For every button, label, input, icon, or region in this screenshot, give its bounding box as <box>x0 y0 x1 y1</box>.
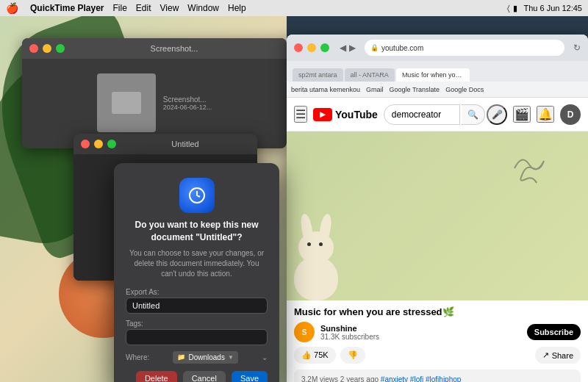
share-icon: ↗ <box>542 350 549 360</box>
qt-window-title: Screenshot... <box>151 44 198 53</box>
yt-mic-button[interactable]: 🎤 <box>487 104 507 125</box>
share-label: Share <box>552 351 573 360</box>
yt-video-area[interactable] <box>287 131 588 300</box>
menubar-window[interactable]: Window <box>187 3 219 13</box>
qt-logo-icon <box>188 187 206 204</box>
menubar-right: 〈 ▮ Thu 6 Jun 12:45 <box>507 4 582 13</box>
untitled-title: Untitled <box>171 140 198 148</box>
yt-video-create-button[interactable]: 🎬 <box>513 106 531 123</box>
yt-channel-subs: 31.3K subscribers <box>320 333 521 341</box>
menubar-edit[interactable]: Edit <box>136 3 151 13</box>
untitled-minimize-dot[interactable] <box>94 140 103 148</box>
yt-avatar[interactable]: D <box>560 104 581 125</box>
yt-subscribe-button[interactable]: Subscribe <box>527 324 581 340</box>
dialog-title: Do you want to keep this new document "U… <box>126 219 268 244</box>
bunny-eye-left <box>307 242 311 246</box>
qt-filename: Screenshot... <box>163 96 212 104</box>
qt-titlebar: Screenshot... <box>22 38 287 59</box>
browser-maximize-dot[interactable] <box>320 43 329 52</box>
qt-info: Screenshot... 2024-06-06-12... <box>163 96 212 111</box>
yt-channel-avatar[interactable]: S <box>294 322 315 342</box>
tab-youtube[interactable]: Music for when you are stressed🌿 - YouTu… <box>396 68 470 82</box>
menubar-help[interactable]: Help <box>228 3 246 13</box>
where-select[interactable]: 📁 Downloads ▼ <box>173 351 237 364</box>
yt-logo[interactable]: ▶ YouTube <box>313 108 378 121</box>
tags-input[interactable] <box>126 329 268 345</box>
yt-logo-text: YouTube <box>335 109 378 120</box>
where-expand-icon[interactable]: ⌄ <box>262 353 268 361</box>
refresh-button[interactable]: ↻ <box>573 43 581 53</box>
bookmark-3[interactable]: Google Translate <box>390 86 440 93</box>
browser-window: ◀ ▶ 🔒 youtube.com ↻ sp2mt antara all - A… <box>287 35 588 382</box>
address-bar[interactable]: 🔒 youtube.com <box>365 40 564 56</box>
yt-search-input[interactable] <box>392 109 452 120</box>
apple-menu[interactable]: 🍎 <box>6 2 18 14</box>
address-text: youtube.com <box>381 44 423 52</box>
delete-button[interactable]: Delete <box>136 371 177 382</box>
yt-channel-name[interactable]: Sunshine <box>320 324 521 333</box>
browser-minimize-dot[interactable] <box>307 43 316 52</box>
menubar-file[interactable]: File <box>113 3 127 13</box>
untitled-maximize-dot[interactable] <box>107 140 116 148</box>
yt-search-container: 🔍 🎤 <box>384 104 507 125</box>
yt-notifications-button[interactable]: 🔔 <box>537 106 554 123</box>
browser-close-dot[interactable] <box>294 43 303 52</box>
yt-video-info: Music for when you are stressed🌿 S Sunsh… <box>287 300 588 370</box>
menubar-view[interactable]: View <box>160 3 179 13</box>
menubar-left: 🍎 QuickTime Player File Edit View Window… <box>6 2 246 14</box>
where-folder: Downloads <box>188 353 224 361</box>
yt-share-button[interactable]: ↗ Share <box>535 347 581 364</box>
menubar-app[interactable]: QuickTime Player <box>30 3 104 13</box>
yt-tags[interactable]: #anxiety #lofi #lofihiphop <box>381 375 462 382</box>
save-button[interactable]: Save <box>232 371 268 382</box>
yt-desc-meta: 3.2M views 2 years ago #anxiety #lofi #l… <box>301 374 573 382</box>
untitled-titlebar: Untitled <box>74 134 257 154</box>
bookmark-2[interactable]: Gmail <box>366 86 384 93</box>
yt-video-title: Music for when you are stressed🌿 <box>294 306 581 317</box>
cancel-button[interactable]: Cancel <box>183 371 226 382</box>
tab-sp2mt[interactable]: sp2mt antara <box>293 68 343 82</box>
browser-tabs: sp2mt antara all - ANTARA Music for when… <box>287 61 588 82</box>
export-input[interactable] <box>126 298 268 314</box>
wifi-icon: 〈 <box>507 4 510 13</box>
export-label: Export As: <box>126 288 268 296</box>
yt-search-button[interactable]: 🔍 <box>462 104 485 125</box>
tab-antara[interactable]: all - ANTARA <box>345 68 395 82</box>
yt-like-button[interactable]: 👍 75K <box>294 347 336 364</box>
yt-like-row: 👍 75K 👎 ↗ Share <box>294 347 581 364</box>
where-field: Where: 📁 Downloads ▼ ⌄ <box>126 351 268 364</box>
tags-label: Tags: <box>126 320 268 328</box>
menubar-time: Thu 6 Jun 12:45 <box>523 4 582 12</box>
yt-description: 3.2M views 2 years ago #anxiety #lofi #l… <box>294 370 581 382</box>
bunny-body <box>294 256 338 300</box>
yt-logo-icon: ▶ <box>313 108 332 121</box>
yt-channel-info: Sunshine 31.3K subscribers <box>320 324 521 341</box>
yt-channel-row: S Sunshine 31.3K subscribers Subscribe <box>294 322 581 342</box>
dialog-buttons: Delete Cancel Save <box>126 371 268 382</box>
forward-button[interactable]: ▶ <box>349 43 356 53</box>
yt-menu-button[interactable]: ☰ <box>294 106 307 123</box>
export-field: Export As: <box>126 288 268 314</box>
dialog-body: You can choose to save your changes, or … <box>126 248 268 279</box>
yt-dislike-button[interactable]: 👎 <box>340 347 365 364</box>
menubar: 🍎 QuickTime Player File Edit View Window… <box>0 0 588 16</box>
untitled-close-dot[interactable] <box>81 140 90 148</box>
tags-field: Tags: <box>126 320 268 345</box>
yt-search-bar[interactable] <box>384 104 460 125</box>
qt-minimize-dot[interactable] <box>43 44 51 53</box>
quicktime-logo <box>179 178 215 213</box>
bookmark-4[interactable]: Google Docs <box>445 86 484 93</box>
qt-maximize-dot[interactable] <box>56 44 65 53</box>
scribble-decoration <box>507 146 551 190</box>
bookmark-1[interactable]: berita utama kemenkou <box>291 86 360 93</box>
qt-subtitle: 2024-06-06-12... <box>163 104 212 111</box>
dialog-content: Do you want to keep this new document "U… <box>114 163 279 382</box>
qt-close-dot[interactable] <box>29 44 38 53</box>
where-chevron-icon: ▼ <box>228 354 234 361</box>
battery-icon: ▮ <box>513 4 517 13</box>
back-button[interactable]: ◀ <box>340 43 346 53</box>
bunny-scene <box>287 131 588 300</box>
browser-nav: ◀ ▶ <box>340 43 356 53</box>
youtube-header: ☰ ▶ YouTube 🔍 🎤 🎬 🔔 D <box>287 98 588 131</box>
yt-header-right: 🎬 🔔 D <box>513 104 581 125</box>
